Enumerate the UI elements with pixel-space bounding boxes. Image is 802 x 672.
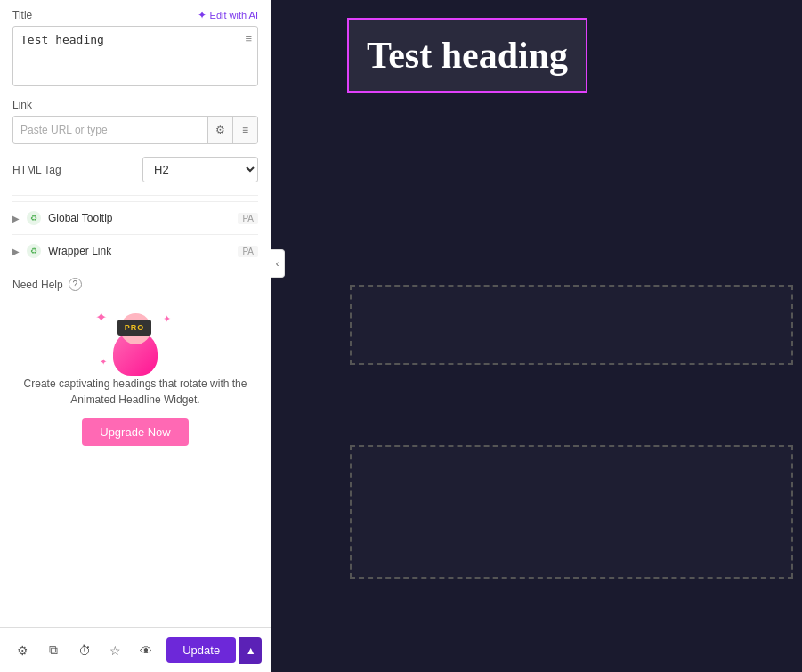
eye-toolbar-button[interactable]: 👁 [133,636,160,665]
recycle-icon-symbol-2: ♻ [30,247,37,255]
preview-empty-block-1 [350,285,793,365]
need-help-text: Need Help [12,279,63,291]
title-label-row: Title ✦ Edit with AI [12,9,258,21]
help-icon[interactable]: ? [69,278,82,291]
upgrade-now-button[interactable]: Upgrade Now [82,418,189,446]
star-decor-1: ✦ [95,309,107,326]
link-list-icon: ≡ [242,124,248,136]
question-mark-icon: ? [72,279,77,289]
wrapper-link-section: ▶ ♻ Wrapper Link PA [12,234,258,267]
accordion-left-1: ▶ ♻ Global Tooltip [12,211,113,225]
edit-with-ai-button[interactable]: ✦ Edit with AI [198,9,258,21]
link-field-wrapper: ⚙ ≡ [12,116,258,144]
wrapper-link-title: Wrapper Link [48,245,111,257]
update-chevron-button[interactable]: ▲ [239,637,262,664]
need-help-row: Need Help ? [12,267,258,300]
recycle-icon-symbol-1: ♻ [30,214,37,223]
bottom-toolbar: ⚙ ⧉ ⏱ ☆ 👁 Update ▲ [0,627,271,672]
wrapper-link-header[interactable]: ▶ ♻ Wrapper Link PA [12,235,258,267]
title-label: Title [12,9,32,21]
list-icon[interactable]: ≡ [245,32,252,45]
global-tooltip-section: ▶ ♻ Global Tooltip PA [12,201,258,234]
link-label: Link [12,99,32,111]
pro-badge-text: PRO [125,323,145,332]
left-panel: Title ✦ Edit with AI Test heading ≡ Link… [0,0,271,672]
link-label-row: Link [12,99,258,111]
title-field-row: Title ✦ Edit with AI Test heading ≡ [12,9,258,86]
edit-with-ai-label: Edit with AI [210,10,258,20]
title-textarea[interactable]: Test heading [12,26,258,86]
global-tooltip-header[interactable]: ▶ ♻ Global Tooltip PA [12,202,258,234]
html-tag-label: HTML Tag [12,164,61,176]
html-tag-select[interactable]: H1 H2 H3 H4 H5 H6 p div span [142,157,258,182]
accordion-arrow-1: ▶ [12,214,20,223]
settings-icon: ⚙ [17,644,28,658]
star-decor-3: ✦ [100,357,107,367]
divider-1 [12,195,258,196]
global-tooltip-title: Global Tooltip [48,212,113,224]
eye-icon: 👁 [140,644,152,658]
preview-heading-block[interactable]: Test heading [347,18,587,93]
gear-icon: ⚙ [215,124,225,136]
right-panel: ‹ Test heading [271,0,802,672]
settings-toolbar-button[interactable]: ⚙ [9,636,36,665]
accordion-arrow-2: ▶ [12,247,20,256]
collapse-handle[interactable]: ‹ [271,249,285,278]
update-button[interactable]: Update [166,637,236,663]
promo-description: Create captivating headings that rotate … [12,376,258,408]
panel-content: Title ✦ Edit with AI Test heading ≡ Link… [0,0,271,627]
recycle-icon-2: ♻ [27,244,41,258]
layers-toolbar-button[interactable]: ⧉ [40,636,68,665]
wrapper-link-badge: PA [238,246,258,257]
promo-section: ✦ ✦ ✦ PRO Create captivating headings th… [12,300,258,460]
global-tooltip-badge: PA [238,213,258,224]
collapse-arrow-icon: ‹ [276,258,279,269]
preview-heading-text: Test heading [367,35,568,76]
pro-badge: PRO [117,320,151,336]
chevron-up-icon: ▲ [246,644,256,657]
history-toolbar-button[interactable]: ⏱ [70,636,98,665]
link-input[interactable] [13,117,207,142]
accordion-left-2: ▶ ♻ Wrapper Link [12,244,111,258]
preview-empty-block-2 [350,445,793,579]
link-field-row: Link ⚙ ≡ [12,99,258,144]
ai-sparkle-icon: ✦ [198,9,207,21]
link-list-button[interactable]: ≡ [232,117,257,143]
preview-heading-wrapper: Test heading [347,18,793,93]
link-gear-button[interactable]: ⚙ [207,117,232,143]
bookmark-toolbar-button[interactable]: ☆ [101,636,129,665]
history-icon: ⏱ [78,644,91,658]
layers-icon: ⧉ [49,643,58,658]
star-decor-2: ✦ [163,313,171,325]
title-textarea-wrapper: Test heading ≡ [12,26,258,86]
pro-mascot-illustration: ✦ ✦ ✦ PRO [95,309,175,376]
bookmark-icon: ☆ [109,644,121,658]
html-tag-row: HTML Tag H1 H2 H3 H4 H5 H6 p div span [12,157,258,182]
recycle-icon-1: ♻ [27,211,41,225]
